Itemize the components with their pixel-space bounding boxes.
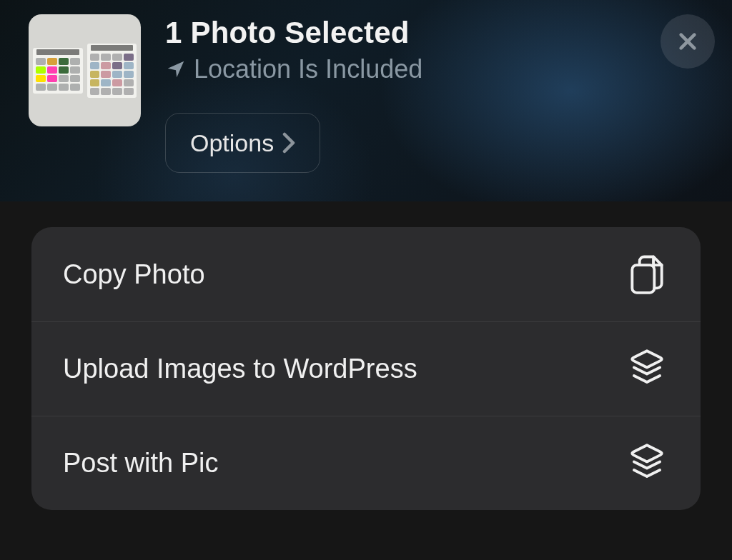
options-button-label: Options [190,129,274,157]
upload-wordpress-action[interactable]: Upload Images to WordPress [31,321,701,416]
location-subtitle-label: Location Is Included [194,54,422,84]
share-actions-area: Copy Photo Upload Images to WordPress [0,201,732,560]
share-header: 1 Photo Selected Location Is Included Op… [0,0,732,201]
action-label: Copy Photo [63,259,205,290]
close-icon [676,30,699,53]
share-action-group: Copy Photo Upload Images to WordPress [31,227,701,510]
selected-photo-thumbnail[interactable] [29,14,141,126]
post-with-pic-action[interactable]: Post with Pic [31,416,701,510]
copy-photo-action[interactable]: Copy Photo [31,227,701,321]
action-label: Post with Pic [63,448,219,479]
options-button[interactable]: Options [165,113,320,173]
shortcuts-icon [625,347,669,391]
location-arrow-icon [165,59,187,80]
svg-rect-2 [632,265,654,293]
location-subtitle: Location Is Included [165,54,703,84]
close-button[interactable] [661,14,715,69]
share-sheet: 1 Photo Selected Location Is Included Op… [0,0,732,560]
copy-icon [625,252,669,296]
action-label: Upload Images to WordPress [63,354,417,384]
shortcuts-icon [625,441,669,486]
share-title: 1 Photo Selected [165,16,703,50]
share-header-text: 1 Photo Selected Location Is Included Op… [165,14,703,173]
thumbnail-content [87,44,137,98]
chevron-right-icon [282,132,295,154]
thumbnail-content [33,48,83,94]
